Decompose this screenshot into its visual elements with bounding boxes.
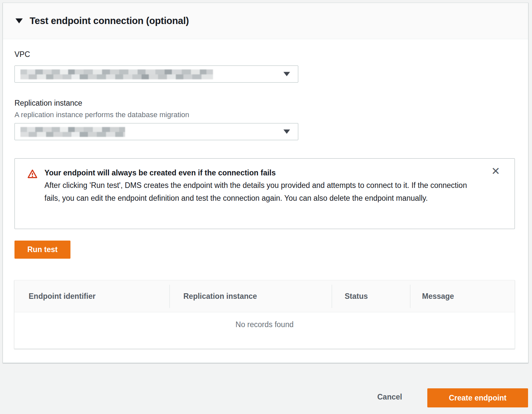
vpc-select[interactable] xyxy=(14,65,298,83)
replication-instance-selected-value-redacted xyxy=(20,127,125,137)
warning-alert: Your endpoint will always be created eve… xyxy=(14,158,515,229)
warning-alert-title: Your endpoint will always be created eve… xyxy=(44,168,276,177)
warning-alert-body: After clicking 'Run test', DMS creates t… xyxy=(44,179,476,205)
section-collapse-caret-icon[interactable] xyxy=(15,18,23,23)
column-header-endpoint-identifier: Endpoint identifier xyxy=(14,292,169,301)
table-header-row: Endpoint identifier Replication instance… xyxy=(14,280,515,312)
close-icon[interactable]: ✕ xyxy=(490,165,501,178)
warning-triangle-icon xyxy=(27,169,38,180)
column-header-message: Message xyxy=(410,292,515,301)
test-endpoint-panel: Test endpoint connection (optional) VPC … xyxy=(3,3,528,363)
empty-state-message: No records found xyxy=(14,312,515,349)
replication-instance-select[interactable] xyxy=(14,123,298,140)
section-title: Test endpoint connection (optional) xyxy=(30,15,189,26)
cancel-button[interactable]: Cancel xyxy=(375,392,404,402)
page: Test endpoint connection (optional) VPC … xyxy=(0,0,532,414)
connection-results-table: Endpoint identifier Replication instance… xyxy=(14,280,515,349)
vpc-label: VPC xyxy=(14,50,30,59)
column-header-status: Status xyxy=(332,292,410,301)
vpc-selected-value-redacted xyxy=(20,69,213,79)
section-header-toggle[interactable]: Test endpoint connection (optional) xyxy=(3,3,528,39)
column-header-replication-instance: Replication instance xyxy=(169,292,332,301)
replication-instance-caret-down-icon xyxy=(283,130,290,134)
replication-instance-description: A replication instance performs the data… xyxy=(14,111,189,119)
run-test-button[interactable]: Run test xyxy=(14,241,70,259)
create-endpoint-button[interactable]: Create endpoint xyxy=(427,388,528,407)
vpc-caret-down-icon xyxy=(283,72,290,76)
replication-instance-label: Replication instance xyxy=(14,99,82,108)
